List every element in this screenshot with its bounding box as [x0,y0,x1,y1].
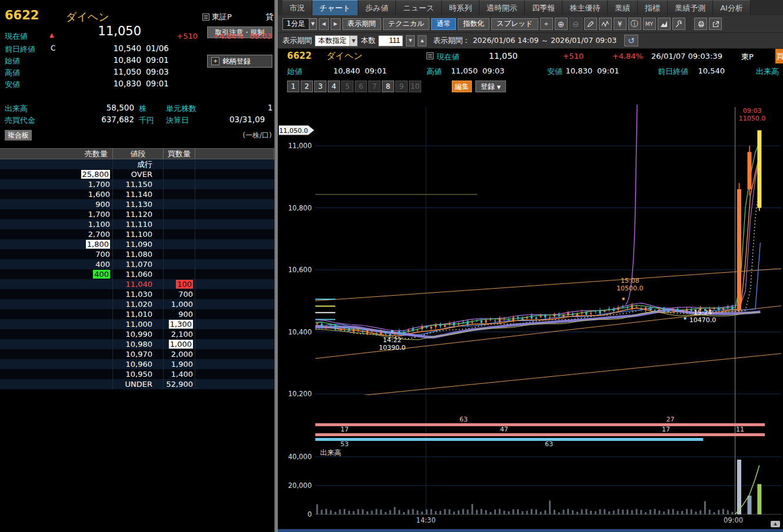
scroll-corner-button[interactable]: ▲ [771,521,780,527]
page-button-7[interactable]: 7 [368,81,381,92]
price-chart[interactable]: 632717471711536309:0311050.015:0810500.0… [278,95,783,532]
spread-mode-button[interactable]: スプレッド [491,18,538,30]
order-book-row[interactable]: 10,9601,900 [0,359,274,369]
add-icon[interactable]: ＋ [540,18,553,30]
sell-qty-cell[interactable] [0,349,113,359]
price-cell[interactable]: 11,100 [113,229,164,239]
prev-interval-button[interactable]: ◀ [319,18,329,30]
sell-qty-cell[interactable] [0,309,113,319]
print-icon[interactable] [694,18,707,30]
order-book-row[interactable]: 10,9902,100 [0,329,274,339]
order-book-row[interactable]: 1,80011,090 [0,239,274,249]
buy-qty-cell[interactable] [164,219,195,229]
register-page-button[interactable]: 登録 ▼ [475,81,506,92]
price-cell[interactable]: UNDER [113,379,164,389]
price-cell[interactable]: OVER [113,169,164,179]
order-book-row[interactable]: 40011,060 [0,269,274,279]
page-button-9[interactable]: 9 [395,81,408,92]
buy-qty-cell[interactable] [164,209,195,219]
order-book-row[interactable]: 1,60011,140 [0,189,274,199]
page-button-4[interactable]: 4 [328,81,340,92]
order-book-row[interactable]: 25,800OVER [0,169,274,179]
zoom-out-icon[interactable]: ⊖ [569,18,582,30]
display-period-button[interactable]: 表示期間 [342,18,381,30]
order-book-row[interactable]: 70011,080 [0,249,274,259]
order-book-row[interactable]: 10,9702,000 [0,349,274,359]
sell-qty-cell[interactable]: 2,700 [0,229,113,239]
buy-qty-cell[interactable] [164,169,195,179]
buy-qty-cell[interactable] [164,179,195,189]
price-cell[interactable]: 11,080 [113,249,164,259]
settings-wrench-icon[interactable] [672,18,685,30]
price-cell[interactable]: 10,970 [113,349,164,359]
price-cell[interactable]: 11,030 [113,289,164,299]
buy-qty-cell[interactable]: 2,000 [164,349,195,359]
order-book-row[interactable]: 10,9801,000 [0,339,274,349]
price-cell[interactable]: 11,000 [113,319,164,329]
chart-bottom-scrollbar[interactable] [278,529,783,532]
order-book-row[interactable]: 1,70011,150 [0,179,274,189]
export-icon[interactable] [709,18,722,30]
next-interval-button[interactable]: ▶ [331,18,341,30]
sell-qty-cell[interactable] [0,279,113,289]
zoom-in-icon[interactable]: ⊕ [555,18,568,30]
count-mode-select[interactable]: 本数指定 ▼ [315,35,358,46]
price-cell[interactable]: 11,140 [113,189,164,199]
order-book-row[interactable]: 11,040100 [0,279,274,289]
order-book-row[interactable]: UNDER52,900 [0,379,274,389]
sell-qty-cell[interactable]: 400 [0,269,113,279]
indexed-mode-button[interactable]: 指数化 [458,18,489,30]
sell-qty-cell[interactable] [0,369,113,379]
sell-qty-cell[interactable] [0,319,113,329]
price-cell[interactable]: 11,020 [113,299,164,309]
yen-icon[interactable]: ¥ [614,18,627,30]
info-icon[interactable]: ⓘ [628,18,641,30]
sell-qty-cell[interactable]: 900 [0,199,113,209]
composite-board-button[interactable]: 複合板 [5,130,32,140]
price-cell[interactable]: 11,130 [113,199,164,209]
wave-icon[interactable] [599,18,612,30]
tab-indicators[interactable]: 指標 [638,0,668,15]
my-chart-icon[interactable]: MY [643,18,656,30]
buy-qty-cell[interactable]: 1,000 [164,339,195,349]
sell-qty-cell[interactable]: 25,800 [0,169,113,179]
buy-qty-cell[interactable]: 1,400 [164,369,195,379]
buy-qty-cell[interactable] [164,259,195,269]
tab-time-series[interactable]: 時系列 [442,0,479,15]
price-cell[interactable]: 11,010 [113,309,164,319]
sell-qty-cell[interactable]: 1,700 [0,209,113,219]
buy-qty-cell[interactable] [164,269,195,279]
buy-qty-cell[interactable]: 2,100 [164,329,195,339]
order-book-row[interactable]: 2,70011,100 [0,229,274,239]
tab-market[interactable]: 市況 [282,0,312,15]
page-button-1[interactable]: 1 [287,81,299,92]
buy-qty-cell[interactable]: 1,000 [164,299,195,309]
technical-button[interactable]: テクニカル [383,18,429,30]
tab-results[interactable]: 業績 [608,0,638,15]
buy-qty-cell[interactable] [164,199,195,209]
price-cell[interactable]: 11,110 [113,219,164,229]
count-decrement-button[interactable]: ▼ [406,35,415,46]
price-cell[interactable]: 11,090 [113,239,164,249]
order-book-row[interactable]: 40011,070 [0,259,274,269]
page-button-5[interactable]: 5 [341,81,354,92]
tab-earnings-forecast[interactable]: 業績予測 [668,0,713,15]
edit-pages-button[interactable]: 編集 [452,81,472,92]
page-button-10[interactable]: 10 [409,81,421,92]
tab-chart[interactable]: チャート [312,0,358,15]
order-book-row[interactable]: 11,0001,300 [0,319,274,329]
sell-qty-cell[interactable]: 1,100 [0,219,113,229]
sell-qty-cell[interactable]: 400 [0,259,113,269]
price-cell[interactable]: 11,070 [113,259,164,269]
buy-qty-cell[interactable] [164,249,195,259]
reset-period-button[interactable]: ↺ [624,35,638,46]
sell-qty-cell[interactable]: 700 [0,249,113,259]
buy-qty-cell[interactable] [164,229,195,239]
register-symbol-button[interactable]: ＋ 銘柄登録 [207,55,272,68]
buy-qty-cell[interactable]: 900 [164,309,195,319]
buy-qty-cell[interactable]: 52,900 [164,379,195,389]
price-cell[interactable]: 10,980 [113,339,164,349]
buy-qty-cell[interactable]: 100 [164,279,195,289]
price-cell[interactable]: 10,950 [113,369,164,379]
order-book-row[interactable]: 1,70011,120 [0,209,274,219]
